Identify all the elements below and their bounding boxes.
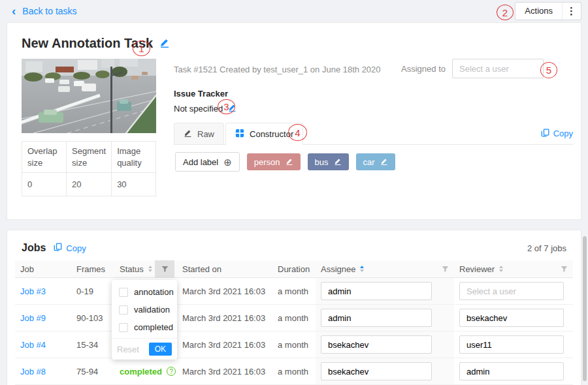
column-header-started: Started on xyxy=(177,260,272,277)
edit-label-icon[interactable] xyxy=(334,157,342,167)
tab-constructor-label: Constructor xyxy=(250,129,293,139)
plus-circle-icon: ⊕ xyxy=(223,157,232,167)
started-cell: March 3rd 2021 16:03 xyxy=(177,305,272,331)
status-filter-dropdown: annotation validation completed Reset OK xyxy=(112,280,177,360)
duration-cell: a month xyxy=(272,358,316,384)
filter-option-label: completed xyxy=(134,322,173,332)
column-header-status[interactable]: Status xyxy=(114,260,155,277)
assignee-input[interactable] xyxy=(321,309,432,327)
actions-button-label[interactable]: Actions xyxy=(515,3,563,20)
frames-cell: 15-34 xyxy=(71,331,114,358)
reviewer-input[interactable] xyxy=(459,335,564,354)
status-filter-icon[interactable] xyxy=(155,260,174,278)
task-card: New Annotation Task xyxy=(7,22,581,220)
tab-constructor[interactable]: Constructor xyxy=(225,123,303,145)
jobs-title: Jobs xyxy=(22,242,46,254)
assignee-filter-icon[interactable] xyxy=(442,266,449,273)
labels-constructor-area: Add label ⊕ person bus car xyxy=(174,145,573,179)
copy-labels-label: Copy xyxy=(553,129,573,138)
task-assignee-select[interactable] xyxy=(452,59,544,78)
issue-tracker-label: Issue Tracker xyxy=(174,89,573,99)
top-bar: ‹ Back to tasks Actions ⋮ xyxy=(0,0,588,22)
vertical-scrollbar-thumb[interactable] xyxy=(583,236,587,381)
filter-option-label: annotation xyxy=(134,287,174,297)
copy-labels-button[interactable]: Copy xyxy=(541,129,573,139)
param-header-overlap: Overlap size xyxy=(22,142,67,173)
status-cell: completed ? xyxy=(114,358,155,384)
assigned-to-label: Assigned to xyxy=(401,64,446,74)
job-link[interactable]: Job #8 xyxy=(20,367,46,377)
label-chip-car[interactable]: car xyxy=(356,153,395,170)
sort-icon-active[interactable] xyxy=(360,266,364,272)
filter-option-validation[interactable]: validation xyxy=(112,301,177,318)
label-chip-person[interactable]: person xyxy=(247,153,301,170)
jobs-table: Job Frames Status Started on Duration As… xyxy=(15,260,573,385)
jobs-table-header: Job Frames Status Started on Duration As… xyxy=(15,260,573,278)
param-value-overlap: 0 xyxy=(22,173,67,196)
back-to-tasks-label: Back to tasks xyxy=(22,6,76,16)
sort-icon[interactable] xyxy=(499,266,503,272)
edit-task-name-icon[interactable] xyxy=(159,37,170,50)
label-chip-bus[interactable]: bus xyxy=(308,153,349,170)
column-header-duration: Duration xyxy=(272,260,316,277)
add-label-label: Add label xyxy=(183,157,218,167)
reviewer-input[interactable] xyxy=(459,309,564,327)
table-row: Job #3 0-19 March 3rd 2021 16:03 a month xyxy=(15,278,573,305)
checkbox-unchecked[interactable] xyxy=(119,305,128,315)
filter-reset-button[interactable]: Reset xyxy=(117,345,139,354)
back-to-tasks-link[interactable]: ‹ Back to tasks xyxy=(12,6,77,17)
edit-issue-tracker-icon[interactable] xyxy=(228,103,237,114)
label-chip-car-name: car xyxy=(363,157,375,167)
filter-ok-button[interactable]: OK xyxy=(149,343,172,356)
assignee-input[interactable] xyxy=(321,335,432,354)
started-cell: March 3rd 2021 16:03 xyxy=(177,278,272,304)
param-header-segment: Segment size xyxy=(67,142,112,173)
assignee-input[interactable] xyxy=(321,362,432,380)
duration-cell: a month xyxy=(272,305,316,331)
column-header-reviewer[interactable]: Reviewer xyxy=(454,260,573,277)
duration-cell: a month xyxy=(272,331,316,358)
copy-icon xyxy=(541,129,549,139)
started-cell: March 3rd 2021 16:03 xyxy=(177,358,272,384)
frames-cell: 0-19 xyxy=(71,278,114,304)
sort-icon[interactable] xyxy=(148,266,152,272)
task-preview-image xyxy=(22,59,156,133)
column-header-assignee[interactable]: Assignee xyxy=(316,260,454,277)
copy-jobs-button[interactable]: Copy xyxy=(54,243,86,253)
label-chip-bus-name: bus xyxy=(315,157,329,167)
tab-raw-label: Raw xyxy=(197,129,214,139)
frames-cell: 75-94 xyxy=(71,358,114,384)
reviewer-input[interactable] xyxy=(459,282,564,300)
assignee-input[interactable] xyxy=(321,282,432,300)
build-icon xyxy=(235,129,244,140)
add-label-button[interactable]: Add label ⊕ xyxy=(175,152,240,172)
reviewer-input[interactable] xyxy=(459,362,564,380)
checkbox-unchecked[interactable] xyxy=(119,288,128,297)
copy-jobs-label: Copy xyxy=(66,243,86,253)
jobs-count: 2 of 7 jobs xyxy=(527,243,566,253)
frames-cell: 90-103 xyxy=(71,305,114,331)
issue-tracker-value: Not specified xyxy=(174,104,223,114)
job-link[interactable]: Job #9 xyxy=(20,313,46,323)
table-row: Job #9 90-103 March 3rd 2021 16:03 a mon… xyxy=(15,305,573,331)
column-header-frames: Frames xyxy=(71,260,114,277)
actions-button[interactable]: Actions ⋮ xyxy=(515,2,581,20)
task-parameters-table: Overlap size Segment size Image quality … xyxy=(22,141,156,196)
copy-icon xyxy=(54,243,62,253)
edit-label-icon[interactable] xyxy=(286,157,293,167)
edit-label-icon[interactable] xyxy=(380,157,388,167)
param-value-segment: 20 xyxy=(67,173,112,196)
job-link[interactable]: Job #4 xyxy=(20,340,46,350)
kebab-menu-icon[interactable]: ⋮ xyxy=(563,3,581,20)
table-row: Job #4 15-34 March 3rd 2021 16:03 a mont… xyxy=(15,331,573,358)
param-value-quality: 30 xyxy=(112,173,156,196)
job-link[interactable]: Job #3 xyxy=(20,286,46,296)
task-meta-text: Task #1521 Created by test_user_1 on Jun… xyxy=(174,59,381,74)
checkbox-unchecked[interactable] xyxy=(119,323,128,332)
filter-option-completed[interactable]: completed xyxy=(112,318,177,336)
reviewer-filter-icon[interactable] xyxy=(561,266,568,273)
filter-option-annotation[interactable]: annotation xyxy=(112,283,177,301)
param-header-quality: Image quality xyxy=(112,142,156,173)
tab-raw[interactable]: Raw xyxy=(174,123,224,144)
started-cell: March 3rd 2021 16:03 xyxy=(177,331,272,358)
